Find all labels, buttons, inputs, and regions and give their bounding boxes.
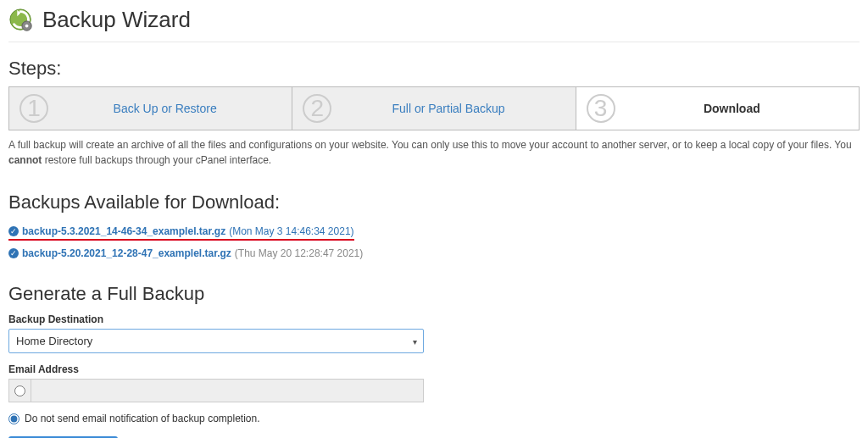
step-download[interactable]: 3 Download (576, 87, 859, 130)
generate-backup-heading: Generate a Full Backup (8, 283, 860, 305)
backup-download-link[interactable]: backup-5.20.2021_12-28-47_examplel.tar.g… (22, 247, 231, 259)
backup-item: ✓ backup-5.20.2021_12-28-47_examplel.tar… (8, 247, 860, 259)
step-label-3: Download (615, 102, 849, 115)
backup-download-link[interactable]: backup-5.3.2021_14-46-34_examplel.tar.gz (22, 225, 225, 237)
email-enable-radio[interactable] (14, 385, 25, 396)
steps-heading: Steps: (8, 58, 860, 80)
description-text: A full backup will create an archive of … (8, 137, 860, 168)
step-number-1: 1 (19, 94, 48, 123)
svg-point-3 (25, 24, 29, 27)
step-number-2: 2 (303, 94, 331, 123)
step-label-2: Full or Partial Backup (331, 102, 565, 115)
step-backup-restore[interactable]: 1 Back Up or Restore (9, 87, 292, 130)
check-icon: ✓ (8, 226, 19, 236)
steps-nav: 1 Back Up or Restore 2 Full or Partial B… (8, 86, 860, 130)
no-email-label: Do not send email notification of backup… (25, 413, 260, 424)
page-title: Backup Wizard (42, 7, 191, 33)
backup-destination-select[interactable]: Home Directory (8, 329, 424, 353)
backup-wizard-icon (8, 8, 34, 33)
backup-item: ✓ backup-5.3.2021_14-46-34_examplel.tar.… (8, 225, 354, 241)
step-full-partial[interactable]: 2 Full or Partial Backup (292, 87, 576, 130)
step-number-3: 3 (587, 94, 615, 123)
email-row (8, 379, 424, 402)
page-header: Backup Wizard (8, 7, 860, 42)
check-icon: ✓ (8, 248, 19, 258)
backup-date: (Mon May 3 14:46:34 2021) (229, 225, 353, 237)
no-email-radio[interactable] (8, 413, 19, 424)
backups-available-heading: Backups Available for Download: (8, 191, 860, 213)
step-label-1: Back Up or Restore (48, 102, 281, 115)
destination-label: Backup Destination (8, 313, 860, 325)
email-label: Email Address (8, 363, 860, 375)
email-input[interactable] (31, 379, 424, 402)
backup-date: (Thu May 20 12:28:47 2021) (235, 247, 363, 259)
email-radio-cell[interactable] (8, 379, 31, 402)
